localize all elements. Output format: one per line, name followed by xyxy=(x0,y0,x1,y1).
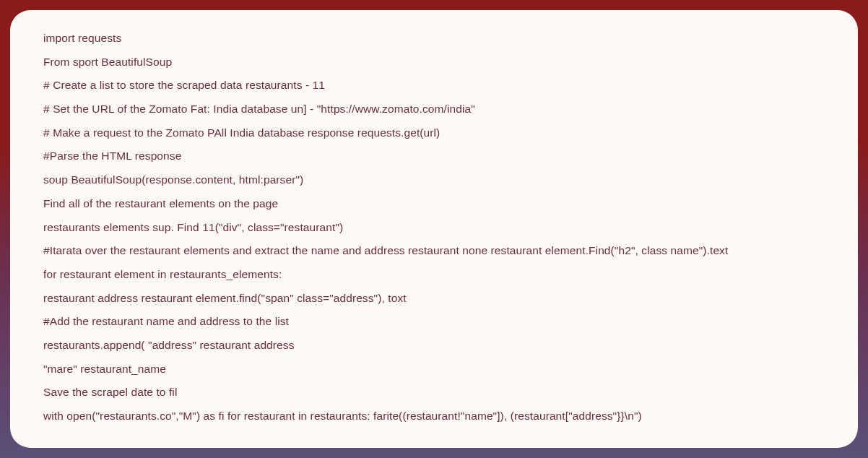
code-line: restaurants.append( "address" restaurant… xyxy=(43,337,825,353)
code-line: From sport BeautifulSoup xyxy=(43,54,825,70)
code-line: #Itarata over the restaurant elements an… xyxy=(43,243,825,259)
code-line: # Make a request to the Zomato PAll Indi… xyxy=(43,125,825,141)
code-line: # Set the URL of the Zomato Fat: India d… xyxy=(43,101,825,117)
code-line: with open("restaurants.co","M") as fi fo… xyxy=(43,408,825,424)
code-line: Save the scrapel date to fil xyxy=(43,384,825,400)
code-line: import requests xyxy=(43,30,825,46)
code-line: for restaurant element in restaurants_el… xyxy=(43,267,825,282)
code-line: "mare" restaurant_name xyxy=(43,361,825,377)
code-card: import requests From sport BeautifulSoup… xyxy=(10,10,858,448)
code-line: restaurants elements sup. Find 11("div",… xyxy=(43,220,825,236)
code-line: Find all of the restaurant elements on t… xyxy=(43,196,825,212)
code-line: #Add the restaurant name and address to … xyxy=(43,314,825,329)
code-line: # Create a list to store the scraped dat… xyxy=(43,77,825,93)
code-line: #Parse the HTML response xyxy=(43,148,825,164)
code-line: restaurant address restaurant element.fi… xyxy=(43,290,825,306)
code-line: soup BeautifulSoup(response.content, htm… xyxy=(43,172,825,188)
